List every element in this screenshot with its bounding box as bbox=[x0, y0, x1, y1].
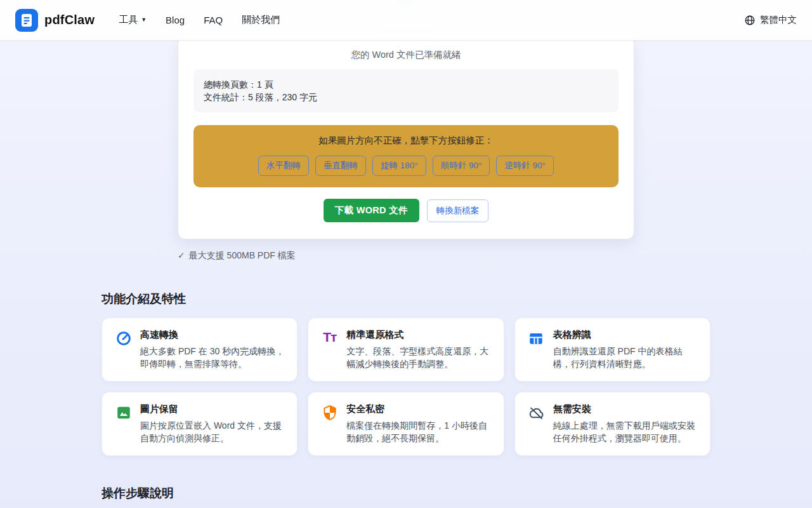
nav-item-about[interactable]: 關於我們 bbox=[242, 14, 280, 26]
max-size-note: ✓最大支援 500MB PDF 檔案 bbox=[178, 250, 634, 262]
orientation-hint: 如果圖片方向不正確，點擊下方按鈕修正： bbox=[204, 135, 608, 147]
orientation-buttons: 水平翻轉 垂直翻轉 旋轉 180° 順時針 90° 逆時針 90° bbox=[204, 156, 608, 176]
feature-title: 圖片保留 bbox=[140, 403, 284, 415]
feature-title: 安全私密 bbox=[346, 403, 490, 415]
ready-message: 您的 Word 文件已準備就緒 bbox=[193, 49, 619, 61]
flip-horizontal-button[interactable]: 水平翻轉 bbox=[258, 156, 309, 176]
feature-card-format: Tт 精準還原格式 文字、段落、字型樣式高度還原，大幅減少轉換後的手動調整。 bbox=[308, 318, 504, 382]
globe-icon bbox=[744, 15, 756, 26]
result-actions: 下載 WORD 文件 轉換新檔案 bbox=[193, 199, 619, 222]
feature-title: 無需安裝 bbox=[553, 403, 697, 415]
language-switcher[interactable]: 繁體中文 bbox=[744, 14, 797, 26]
nav-item-faq[interactable]: FAQ bbox=[204, 15, 223, 25]
image-icon bbox=[115, 404, 132, 444]
stats-document: 文件統計：5 段落，230 字元 bbox=[204, 91, 608, 104]
document-icon bbox=[15, 9, 38, 32]
speed-icon bbox=[115, 330, 132, 370]
feature-desc: 自動辨識並還原 PDF 中的表格結構，行列資料清晰對應。 bbox=[553, 345, 697, 370]
rotate-cw-90-button[interactable]: 順時針 90° bbox=[433, 156, 490, 176]
nav-links: 工具 ▼ Blog FAQ 關於我們 bbox=[119, 14, 280, 26]
feature-desc: 文字、段落、字型樣式高度還原，大幅減少轉換後的手動調整。 bbox=[346, 345, 490, 370]
feature-desc: 絕大多數 PDF 在 30 秒內完成轉換，即傳即轉，無需排隊等待。 bbox=[140, 345, 284, 370]
feature-desc: 檔案僅在轉換期間暫存，1 小時後自動銷毀，絕不長期保留。 bbox=[346, 419, 490, 444]
steps-section: 操作步驟說明 1 上傳 PDF 將檔案拖拽到上傳區，或點擊「選擇檔案」按鈕選擇本… bbox=[102, 485, 710, 508]
top-navbar: pdfClaw 工具 ▼ Blog FAQ 關於我們 繁體中文 bbox=[0, 0, 812, 41]
check-icon: ✓ bbox=[178, 250, 185, 260]
feature-title: 表格辨識 bbox=[553, 329, 697, 341]
chevron-down-icon: ▼ bbox=[141, 17, 147, 23]
feature-desc: 圖片按原位置嵌入 Word 文件，支援自動方向偵測與修正。 bbox=[140, 419, 284, 444]
feature-card-table: 表格辨識 自動辨識並還原 PDF 中的表格結構，行列資料清晰對應。 bbox=[514, 318, 710, 382]
feature-card-security: 安全私密 檔案僅在轉換期間暫存，1 小時後自動銷毀，絕不長期保留。 bbox=[308, 392, 504, 456]
brand-logo[interactable]: pdfClaw bbox=[15, 9, 95, 32]
feature-title: 精準還原格式 bbox=[346, 329, 490, 341]
feature-card-no-install: 無需安裝 純線上處理，無需下載用戶端或安裝任何外掛程式，瀏覽器即可使用。 bbox=[514, 392, 710, 456]
download-word-button[interactable]: 下載 WORD 文件 bbox=[324, 199, 419, 222]
steps-title: 操作步驟說明 bbox=[102, 485, 710, 502]
nav-item-tools[interactable]: 工具 ▼ bbox=[119, 14, 147, 26]
feature-desc: 純線上處理，無需下載用戶端或安裝任何外掛程式，瀏覽器即可使用。 bbox=[553, 419, 697, 444]
rotate-180-button[interactable]: 旋轉 180° bbox=[372, 156, 426, 176]
flip-vertical-button[interactable]: 垂直翻轉 bbox=[315, 156, 366, 176]
rotate-ccw-90-button[interactable]: 逆時針 90° bbox=[496, 156, 554, 176]
brand-name: pdfClaw bbox=[44, 13, 95, 27]
features-title: 功能介紹及特性 bbox=[102, 291, 710, 307]
language-label: 繁體中文 bbox=[760, 14, 797, 26]
conversion-stats: 總轉換頁數：1 頁 文件統計：5 段落，230 字元 bbox=[193, 69, 619, 112]
feature-card-image: 圖片保留 圖片按原位置嵌入 Word 文件，支援自動方向偵測與修正。 bbox=[102, 392, 298, 456]
orientation-fix-panel: 如果圖片方向不正確，點擊下方按鈕修正： 水平翻轉 垂直翻轉 旋轉 180° 順時… bbox=[193, 125, 619, 187]
convert-new-file-button[interactable]: 轉換新檔案 bbox=[427, 199, 489, 222]
cloud-off-icon bbox=[528, 404, 545, 444]
table-icon bbox=[528, 330, 545, 370]
stats-pages: 總轉換頁數：1 頁 bbox=[204, 78, 608, 91]
features-section: 功能介紹及特性 高速轉換 絕大多數 PDF 在 30 秒內完成轉換，即傳即轉，無… bbox=[102, 291, 710, 456]
conversion-result-card: 您的 Word 文件已準備就緒 總轉換頁數：1 頁 文件統計：5 段落，230 … bbox=[178, 36, 634, 239]
typography-icon: Tт bbox=[321, 330, 338, 370]
shield-icon bbox=[321, 404, 338, 444]
nav-item-blog[interactable]: Blog bbox=[166, 15, 185, 25]
feature-title: 高速轉換 bbox=[140, 329, 284, 341]
features-grid: 高速轉換 絕大多數 PDF 在 30 秒內完成轉換，即傳即轉，無需排隊等待。 T… bbox=[102, 318, 710, 456]
feature-card-speed: 高速轉換 絕大多數 PDF 在 30 秒內完成轉換，即傳即轉，無需排隊等待。 bbox=[102, 318, 298, 382]
